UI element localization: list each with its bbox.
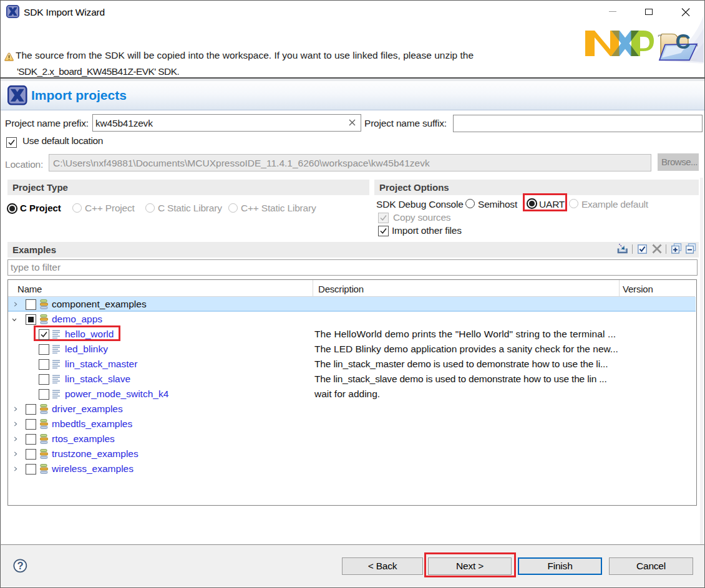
svg-text:?: ? [17, 560, 24, 571]
svg-text:C: C [676, 30, 691, 53]
